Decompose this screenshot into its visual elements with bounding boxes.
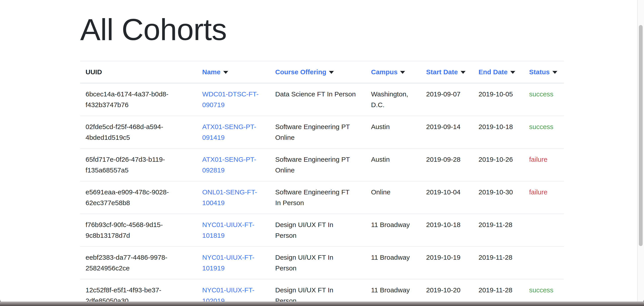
end-date-cell: 2019-11-28 — [473, 214, 524, 247]
cohort-link[interactable]: ATX01-SENG-PT-092819 — [202, 154, 266, 176]
cohorts-table: UUID Name Course Offering Campus Start D… — [80, 61, 564, 303]
uuid-cell: 12c52f8f-e5f1-4f93-be37-2dfe85050a30 — [80, 279, 197, 303]
status-cell: failure — [524, 149, 564, 181]
cohort-link[interactable]: ATX01-SENG-PT-091419 — [202, 121, 266, 143]
table-row: 12c52f8f-e5f1-4f93-be37-2dfe85050a30 NYC… — [80, 279, 564, 303]
cohort-link[interactable]: NYC01-UIUX-FT-101919 — [202, 252, 266, 274]
table-row: e5691eaa-e909-478c-9028-62ec377e58b8 ONL… — [80, 181, 564, 214]
page-title: All Cohorts — [80, 13, 564, 46]
campus-cell: 11 Broadway — [366, 247, 421, 279]
cohort-link[interactable]: ONL01-SENG-FT-100419 — [202, 187, 266, 208]
column-label: Campus — [371, 68, 398, 76]
campus-cell: 11 Broadway — [366, 279, 421, 303]
column-label: UUID — [86, 68, 102, 76]
caret-down-icon — [400, 71, 405, 74]
end-date-cell: 2019-10-18 — [473, 116, 524, 149]
start-date-cell: 2019-10-04 — [421, 181, 473, 214]
start-date-cell: 2019-09-14 — [421, 116, 473, 149]
status-cell: success — [524, 116, 564, 149]
status-cell — [524, 247, 564, 279]
uuid-cell: e5691eaa-e909-478c-9028-62ec377e58b8 — [80, 181, 197, 214]
cohort-link[interactable]: NYC01-UIUX-FT-101819 — [202, 219, 266, 241]
start-date-cell: 2019-10-19 — [421, 247, 473, 279]
course-offering-cell: Software Engineering FTIn Person — [270, 181, 366, 214]
caret-down-icon — [510, 71, 515, 74]
table-row: 6bcec14a-6174-4a37-b0d8-f432b3747b76 WDC… — [80, 83, 564, 116]
name-cell: ONL01-SENG-FT-100419 — [197, 181, 270, 214]
cohort-link[interactable]: NYC01-UIUX-FT-102019 — [202, 285, 266, 303]
column-label: End Date — [478, 68, 508, 76]
uuid-cell: 65fd717e-0f26-47d3-b119-f135a68557a5 — [80, 149, 197, 181]
campus-cell: Washington,D.C. — [366, 83, 421, 116]
vertical-scrollbar-thumb[interactable] — [639, 25, 643, 246]
table-row: f76b93cf-90fc-4568-9d15-9c8b13178d7d NYC… — [80, 214, 564, 247]
end-date-cell: 2019-10-05 — [473, 83, 524, 116]
status-cell: failure — [524, 181, 564, 214]
window-bottom-edge — [0, 302, 644, 306]
cohort-link[interactable]: WDC01-DTSC-FT-090719 — [202, 89, 266, 110]
start-date-cell: 2019-10-20 — [421, 279, 473, 303]
column-header-uuid: UUID — [80, 61, 197, 83]
uuid-cell: 02fde5cd-f25f-468d-a594-4bded1d519c5 — [80, 116, 197, 149]
table-header-row: UUID Name Course Offering Campus Start D… — [80, 61, 564, 83]
start-date-cell: 2019-09-07 — [421, 83, 473, 116]
status-cell — [524, 214, 564, 247]
caret-down-icon — [223, 71, 228, 74]
status-cell: success — [524, 279, 564, 303]
course-offering-cell: Design UI/UX FT InPerson — [270, 214, 366, 247]
table-row: eebf2383-da77-4486-9978-25824956c2ce NYC… — [80, 247, 564, 279]
column-label: Status — [529, 68, 550, 76]
course-offering-cell: Software Engineering PTOnline — [270, 116, 366, 149]
uuid-cell: eebf2383-da77-4486-9978-25824956c2ce — [80, 247, 197, 279]
column-header-status[interactable]: Status — [524, 61, 564, 83]
status-cell: success — [524, 83, 564, 116]
campus-cell: Austin — [366, 149, 421, 181]
end-date-cell: 2019-11-28 — [473, 247, 524, 279]
course-offering-cell: Data Science FT In Person — [270, 83, 366, 116]
column-header-end-date[interactable]: End Date — [473, 61, 524, 83]
uuid-cell: f76b93cf-90fc-4568-9d15-9c8b13178d7d — [80, 214, 197, 247]
column-label: Start Date — [426, 68, 458, 76]
name-cell: ATX01-SENG-PT-091419 — [197, 116, 270, 149]
course-offering-cell: Design UI/UX FT InPerson — [270, 279, 366, 303]
caret-down-icon — [460, 71, 466, 74]
column-label: Name — [202, 68, 220, 76]
campus-cell: Austin — [366, 116, 421, 149]
table-row: 65fd717e-0f26-47d3-b119-f135a68557a5 ATX… — [80, 149, 564, 181]
name-cell: NYC01-UIUX-FT-101919 — [197, 247, 270, 279]
column-label: Course Offering — [275, 68, 326, 76]
end-date-cell: 2019-11-28 — [473, 279, 524, 303]
column-header-course-offering[interactable]: Course Offering — [270, 61, 366, 83]
campus-cell: 11 Broadway — [366, 214, 421, 247]
vertical-scrollbar-track[interactable] — [637, 0, 644, 303]
uuid-cell: 6bcec14a-6174-4a37-b0d8-f432b3747b76 — [80, 83, 197, 116]
course-offering-cell: Design UI/UX FT InPerson — [270, 247, 366, 279]
name-cell: ATX01-SENG-PT-092819 — [197, 149, 270, 181]
name-cell: NYC01-UIUX-FT-102019 — [197, 279, 270, 303]
name-cell: WDC01-DTSC-FT-090719 — [197, 83, 270, 116]
start-date-cell: 2019-10-18 — [421, 214, 473, 247]
course-offering-cell: Software Engineering PTOnline — [270, 149, 366, 181]
column-header-name[interactable]: Name — [197, 61, 270, 83]
end-date-cell: 2019-10-26 — [473, 149, 524, 181]
caret-down-icon — [552, 71, 557, 74]
browser-page: All Cohorts UUID Name Course Offering — [0, 0, 644, 303]
name-cell: NYC01-UIUX-FT-101819 — [197, 214, 270, 247]
content-container: All Cohorts UUID Name Course Offering — [80, 13, 564, 303]
caret-down-icon — [329, 71, 334, 74]
column-header-campus[interactable]: Campus — [366, 61, 421, 83]
campus-cell: Online — [366, 181, 421, 214]
column-header-start-date[interactable]: Start Date — [421, 61, 473, 83]
start-date-cell: 2019-09-28 — [421, 149, 473, 181]
end-date-cell: 2019-10-30 — [473, 181, 524, 214]
table-row: 02fde5cd-f25f-468d-a594-4bded1d519c5 ATX… — [80, 116, 564, 149]
